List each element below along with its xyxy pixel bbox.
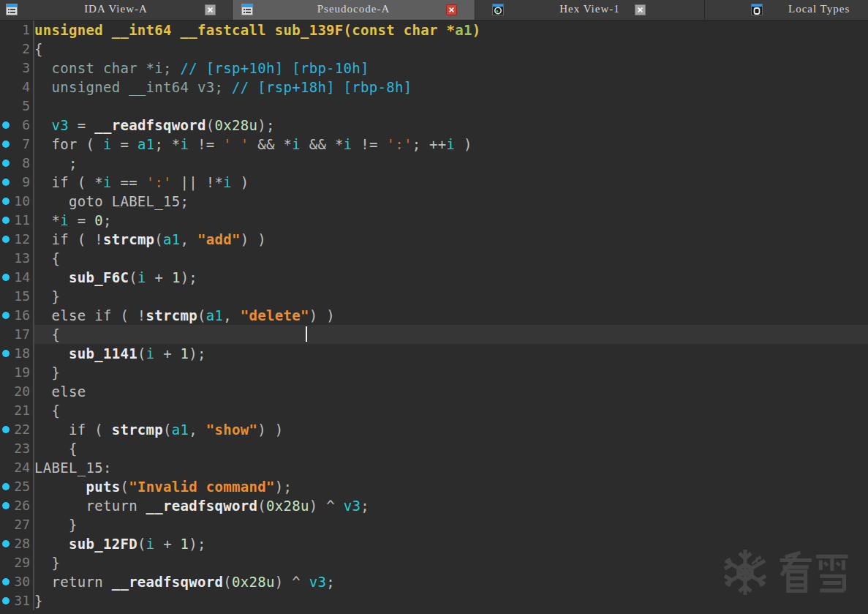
close-tab-icon[interactable]	[205, 4, 216, 15]
code-text: else	[34, 382, 868, 401]
code-line[interactable]: 20 else	[0, 382, 868, 401]
code-line[interactable]: 27 }	[0, 515, 868, 534]
close-tab-icon[interactable]	[635, 4, 646, 15]
code-line[interactable]: 2{	[0, 40, 868, 59]
code-line[interactable]: 13 {	[0, 249, 868, 268]
token-default: ; *	[154, 136, 180, 152]
code-line[interactable]: 23 {	[0, 439, 868, 458]
token-default: goto LABEL_15;	[34, 193, 189, 209]
token-default: +	[154, 345, 180, 362]
token-var: i	[146, 536, 155, 552]
pseudocode-view: 1unsigned __int64 __fastcall sub_139F(co…	[0, 20, 868, 614]
line-number: 9	[22, 174, 30, 190]
token-default	[34, 117, 51, 133]
token-default: ) )	[241, 231, 266, 247]
token-num: 0x28u	[215, 117, 258, 133]
line-number: 31	[14, 593, 30, 608]
code-line[interactable]: 25 puts("Invalid command");	[0, 477, 868, 496]
code-line[interactable]: 19 }	[0, 363, 868, 382]
code-line[interactable]: 30 return __readfsqword(0x28u) ^ v3;	[0, 572, 868, 591]
tab-hex-view-1[interactable]: Hex View-1	[475, 0, 704, 20]
token-var: i	[292, 136, 301, 152]
code-line[interactable]: 3 const char *i; // [rsp+10h] [rbp-10h]	[0, 59, 868, 78]
token-default: }	[34, 517, 78, 533]
token-default: );	[189, 345, 205, 362]
token-string: "show"	[206, 422, 257, 438]
code-line[interactable]: 9 if ( *i == ':' || !*i )	[0, 173, 868, 192]
tab-ida-view-a[interactable]: IDA View-A	[0, 0, 232, 20]
token-default: ) ^	[309, 498, 344, 514]
token-default: *	[34, 212, 60, 228]
code-line[interactable]: 18 sub_1141(i + 1);	[0, 344, 868, 363]
code-line[interactable]: 17 {	[0, 325, 868, 344]
code-line[interactable]: 31}	[0, 591, 868, 610]
code-text: return __readfsqword(0x28u) ^ v3;	[34, 496, 868, 515]
token-var: v3	[344, 498, 361, 514]
code-line[interactable]: 14 sub_F6C(i + 1);	[0, 268, 868, 287]
code-line[interactable]: 8 ;	[0, 154, 868, 173]
gutter-cell: 20	[0, 382, 34, 401]
close-tab-icon[interactable]	[446, 4, 457, 15]
token-default: =	[112, 136, 137, 152]
token-var: a1	[137, 136, 154, 152]
token-func: sub_1141	[69, 345, 137, 362]
token-default: =	[69, 212, 94, 228]
code-line[interactable]: 5	[0, 97, 868, 116]
gutter-cell: 31	[0, 591, 34, 610]
code-line[interactable]: 7 for ( i = a1; *i != ' ' && *i && *i !=…	[0, 135, 868, 154]
token-default: }	[34, 288, 60, 304]
line-number: 11	[14, 212, 30, 228]
token-var: v3	[51, 117, 68, 133]
code-line[interactable]: 28 sub_12FD(i + 1);	[0, 534, 868, 553]
code-line[interactable]: 24LABEL_15:	[0, 458, 868, 477]
code-text: }	[34, 553, 868, 572]
code-text: puts("Invalid command");	[34, 477, 868, 496]
code-line[interactable]: 4 unsigned __int64 v3; // [rsp+18h] [rbp…	[0, 78, 868, 97]
breakpoint-dot	[2, 597, 10, 604]
tab-local-types[interactable]: Local Types	[705, 0, 868, 20]
code-line[interactable]: 6 v3 = __readfsqword(0x28u);	[0, 116, 868, 135]
token-func: puts	[86, 479, 120, 495]
gutter-cell: 23	[0, 439, 34, 458]
code-line[interactable]: 15 }	[0, 287, 868, 306]
token-default: );	[257, 117, 274, 133]
token-decl: unsigned __int64 v3;	[34, 79, 232, 95]
token-var: i	[137, 269, 146, 285]
token-default: ==	[112, 174, 146, 190]
code-line[interactable]: 12 if ( !strcmp(a1, "add") )	[0, 230, 868, 249]
code-line[interactable]: 21 {	[0, 401, 868, 420]
token-default: (	[137, 536, 146, 552]
tab-pseudocode-a[interactable]: Pseudocode-A	[233, 0, 475, 20]
gutter-cell: 8	[0, 154, 34, 173]
token-default: return	[34, 574, 112, 590]
token-default: ) )	[257, 422, 283, 438]
token-default: {	[34, 250, 60, 266]
tab-label: IDA View-A	[0, 3, 232, 15]
token-default: ; ++	[412, 136, 447, 152]
token-default: ) ^	[275, 574, 309, 590]
code-text: }	[34, 515, 868, 534]
code-line[interactable]: 1unsigned __int64 __fastcall sub_139F(co…	[0, 20, 868, 40]
line-number: 6	[22, 117, 30, 132]
gutter-cell: 19	[0, 363, 34, 382]
token-default: (	[129, 269, 137, 285]
code-text: goto LABEL_15;	[34, 192, 868, 211]
code-line[interactable]: 29 }	[0, 553, 868, 572]
token-default: !=	[189, 136, 223, 152]
line-number: 17	[14, 326, 30, 342]
code-line[interactable]: 22 if ( strcmp(a1, "show") )	[0, 420, 868, 439]
code-text: if ( *i == ':' || !*i )	[34, 173, 868, 192]
token-default: !=	[352, 136, 386, 152]
code-line[interactable]: 11 *i = 0;	[0, 211, 868, 230]
breakpoint-dot	[2, 350, 10, 357]
code-line[interactable]: 26 return __readfsqword(0x28u) ^ v3;	[0, 496, 868, 515]
gutter-cell: 17	[0, 325, 34, 344]
line-number: 14	[14, 269, 30, 285]
token-default: else if ( !	[34, 307, 146, 323]
line-number: 12	[14, 231, 30, 247]
code-line[interactable]: 16 else if ( !strcmp(a1, "delete") )	[0, 306, 868, 325]
code-line[interactable]: 10 goto LABEL_15;	[0, 192, 868, 211]
code-text: unsigned __int64 v3; // [rsp+18h] [rbp-8…	[34, 78, 868, 97]
token-num: 1	[181, 536, 189, 552]
token-default: else	[34, 383, 86, 400]
